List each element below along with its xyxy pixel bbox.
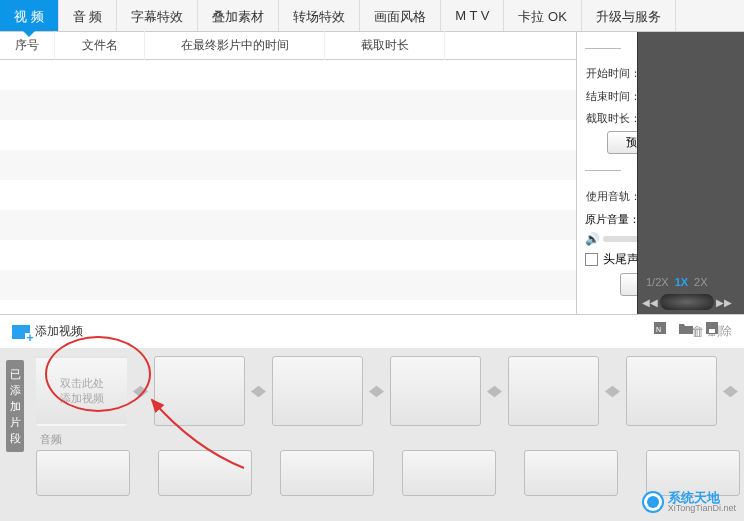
watermark-logo-icon: [642, 491, 664, 513]
tab-transition[interactable]: 转场特效: [279, 0, 360, 31]
tab-audio[interactable]: 音 频: [59, 0, 118, 31]
new-icon[interactable]: N: [652, 320, 668, 336]
timeline: 已添加片段 双击此处 添加视频 音频: [0, 348, 744, 521]
audio-clip-slot[interactable]: [36, 450, 130, 496]
tab-subtitle[interactable]: 字幕特效: [117, 0, 198, 31]
volume-label: 原片音量：: [585, 212, 640, 227]
tab-overlay[interactable]: 叠加素材: [198, 0, 279, 31]
tab-video[interactable]: 视 频: [0, 0, 59, 31]
add-video-label: 添加视频: [35, 323, 83, 340]
transition-icon[interactable]: [131, 381, 150, 401]
main-tabs: 视 频 音 频 字幕特效 叠加素材 转场特效 画面风格 M T V 卡拉 OK …: [0, 0, 744, 32]
duration-label: 截取时长：: [585, 111, 641, 126]
track-label: 使用音轨：: [585, 189, 641, 204]
svg-marker-5: [251, 385, 266, 396]
clip-slot-placeholder[interactable]: 双击此处 添加视频: [36, 356, 127, 426]
add-video-button[interactable]: 添加视频: [12, 323, 83, 340]
add-video-icon: [12, 325, 30, 339]
speaker-icon: 🔊: [585, 232, 599, 246]
next-frame-icon[interactable]: ▶▶: [716, 297, 732, 308]
tab-mtv[interactable]: M T V: [441, 0, 504, 31]
svg-marker-8: [605, 385, 620, 396]
list-toolbar: 添加视频 🗑 删除: [0, 314, 744, 348]
jog-wheel[interactable]: [660, 294, 714, 310]
audio-clip-slot[interactable]: [524, 450, 618, 496]
clip-list-panel: 序号 文件名 在最终影片中的时间 截取时长: [0, 32, 576, 314]
transition-icon[interactable]: [485, 381, 504, 401]
zoom-2x[interactable]: 2X: [694, 276, 707, 288]
watermark: 系统天地 XiTongTianDi.net: [642, 491, 736, 513]
svg-marker-7: [487, 385, 502, 396]
audio-clip-slot[interactable]: [402, 450, 496, 496]
tab-upgrade[interactable]: 升级与服务: [582, 0, 676, 31]
fade-checkbox[interactable]: [585, 253, 598, 266]
audio-track-label: 音频: [40, 432, 744, 447]
zoom-half[interactable]: 1/2X: [646, 276, 669, 288]
transition-icon[interactable]: [367, 381, 386, 401]
svg-marker-6: [369, 385, 384, 396]
end-time-label: 结束时间：: [585, 89, 641, 104]
svg-rect-3: [709, 329, 715, 333]
clip-list[interactable]: [0, 60, 576, 314]
tab-karaoke[interactable]: 卡拉 OK: [504, 0, 581, 31]
col-time: 在最终影片中的时间: [145, 31, 325, 60]
clip-slot[interactable]: [390, 356, 481, 426]
column-headers: 序号 文件名 在最终影片中的时间 截取时长: [0, 32, 576, 60]
transition-icon[interactable]: [603, 381, 622, 401]
placeholder-text-1: 双击此处: [60, 376, 104, 391]
clip-slot[interactable]: [272, 356, 363, 426]
zoom-1x[interactable]: 1X: [675, 276, 688, 288]
clip-slot[interactable]: [154, 356, 245, 426]
col-duration: 截取时长: [325, 31, 445, 60]
preview-panel: 1/2X 1X 2X ◀◀ ▶▶ N: [637, 32, 744, 314]
start-time-label: 开始时间：: [585, 66, 641, 81]
clip-slot[interactable]: [508, 356, 599, 426]
save-icon[interactable]: [704, 320, 720, 336]
transition-icon[interactable]: [721, 381, 740, 401]
watermark-text-en: XiTongTianDi.net: [668, 504, 736, 513]
svg-marker-9: [723, 385, 738, 396]
placeholder-text-2: 添加视频: [60, 391, 104, 406]
col-filename: 文件名: [55, 31, 145, 60]
audio-clip-slot[interactable]: [280, 450, 374, 496]
clip-slot[interactable]: [626, 356, 717, 426]
svg-text:N: N: [656, 326, 661, 333]
transition-icon[interactable]: [249, 381, 268, 401]
svg-marker-4: [133, 385, 148, 396]
open-folder-icon[interactable]: [678, 320, 694, 336]
tab-style[interactable]: 画面风格: [360, 0, 441, 31]
added-clips-label: 已添加片段: [6, 360, 24, 452]
audio-clip-slot[interactable]: [158, 450, 252, 496]
prev-frame-icon[interactable]: ◀◀: [642, 297, 658, 308]
